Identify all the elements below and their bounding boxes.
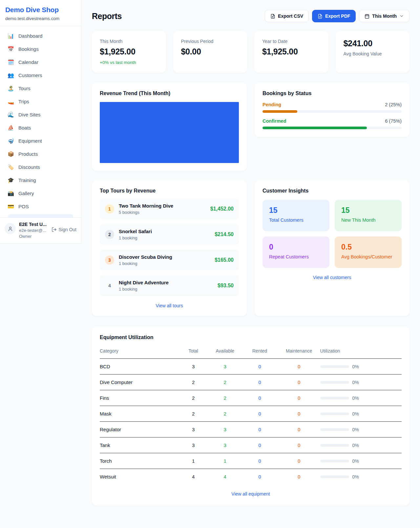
utilization-cell: 0%: [320, 411, 402, 416]
maintenance-cell: 0: [278, 359, 320, 375]
sidebar: Demo Dive Shop demo.test.divestreams.com…: [0, 0, 81, 244]
status-progress-track: [262, 110, 402, 113]
tile-value: 15: [341, 206, 395, 215]
sidebar-item-pos[interactable]: 💳 POS: [4, 201, 77, 212]
utilization-cell: 0%: [320, 380, 402, 385]
tile-label: Avg Bookings/Customer: [341, 254, 395, 259]
export-pdf-button[interactable]: Export PDF: [312, 10, 356, 22]
top-tours-card: Top Tours by Revenue 1 Two Tank Morning …: [92, 180, 247, 316]
rented-cell: 0: [242, 390, 278, 406]
sidebar-item-label: Products: [18, 151, 38, 157]
tour-name: Snorkel Safari: [119, 229, 152, 234]
tour-row: 2 Snorkel Safari 1 booking $214.50: [100, 224, 239, 245]
sidebar-item-label: Trips: [18, 99, 29, 104]
maintenance-cell: 0: [278, 437, 320, 453]
sidebar-item-dashboard[interactable]: 📊 Dashboard: [4, 30, 77, 41]
total-cell: 2: [178, 390, 208, 406]
sign-out-button[interactable]: Sign Out: [52, 227, 76, 232]
rented-cell: 0: [242, 422, 278, 437]
sidebar-item-customers[interactable]: 👥 Customers: [4, 70, 77, 81]
stat-card-avg-booking-value: $241.00 Avg Booking Value: [336, 31, 410, 73]
utilization-bar: [320, 397, 349, 399]
sidebar-item-products[interactable]: 📦 Products: [4, 149, 77, 159]
utilization-percent: 0%: [352, 427, 359, 432]
user-footer: E2E Test U... e2e-tester@... Owner Sign …: [0, 217, 81, 243]
stat-card-previous-period: Previous Period $0.00: [173, 31, 247, 73]
table-row: Fins 2 2 0 0 0%: [100, 390, 402, 406]
tile-new-this-month: 15 New This Month: [335, 200, 402, 231]
tile-total-customers: 15 Total Customers: [262, 200, 329, 231]
sidebar-item-trips[interactable]: 🚤 Trips: [4, 96, 77, 107]
credit-card-icon: 💳: [7, 204, 14, 209]
revenue-trend-chart: [100, 102, 239, 163]
table-row: Wetsuit 4 4 0 0 0%: [100, 469, 402, 485]
view-all-equipment-link[interactable]: View all equipment: [100, 491, 402, 497]
sidebar-item-training[interactable]: 🎓 Training: [4, 175, 77, 186]
utilization-cell: 0%: [320, 427, 402, 432]
sidebar-item-reports-active-partial[interactable]: [8, 214, 73, 217]
rented-cell: 0: [242, 437, 278, 453]
category-cell: Torch: [100, 453, 178, 469]
sidebar-item-tours[interactable]: 🏝️ Tours: [4, 83, 77, 94]
sidebar-item-equipment[interactable]: 🤿 Equipment: [4, 135, 77, 146]
main-content: Reports Export CSV Export PDF This Month…: [81, 0, 420, 506]
stat-label: Year to Date: [262, 39, 321, 44]
diving-mask-icon: 🤿: [7, 138, 14, 144]
rented-cell: 0: [242, 469, 278, 485]
rank-badge: 1: [105, 204, 114, 213]
insight-tiles: 15 Total Customers 15 New This Month 0 R…: [262, 200, 402, 268]
export-csv-button[interactable]: Export CSV: [265, 10, 309, 22]
rented-cell: 0: [242, 375, 278, 390]
rank-badge: 3: [105, 255, 114, 265]
sidebar-item-boats[interactable]: ⛵ Boats: [4, 122, 77, 133]
total-cell: 4: [178, 469, 208, 485]
sidebar-item-calendar[interactable]: 🗓️ Calendar: [4, 57, 77, 68]
column-header: Category: [100, 345, 178, 359]
sign-out-icon: [52, 227, 57, 232]
sidebar-item-bookings[interactable]: 📅 Bookings: [4, 44, 77, 54]
rank-badge: 2: [105, 230, 114, 239]
rented-cell: 0: [242, 453, 278, 469]
page-title: Reports: [92, 11, 122, 21]
tour-bookings: 1 booking: [119, 235, 152, 240]
sidebar-header: Demo Dive Shop demo.test.divestreams.com: [0, 0, 81, 26]
shop-domain: demo.test.divestreams.com: [5, 16, 76, 21]
sidebar-item-discounts[interactable]: 🏷️ Discounts: [4, 162, 77, 173]
period-select[interactable]: This Month: [359, 10, 410, 22]
utilization-percent: 0%: [352, 474, 359, 479]
status-row-pending: Pending 2 (25%): [262, 102, 402, 113]
utilization-percent: 0%: [352, 411, 359, 416]
category-cell: Wetsuit: [100, 469, 178, 485]
total-cell: 2: [178, 406, 208, 422]
view-all-tours-link[interactable]: View all tours: [100, 303, 239, 308]
stat-card-year-to-date: Year to Date $1,925.00: [254, 31, 328, 73]
available-cell: 2: [208, 375, 242, 390]
column-header: Utilization: [320, 345, 402, 359]
speedboat-icon: 🚤: [7, 99, 14, 104]
export-csv-label: Export CSV: [278, 13, 303, 19]
tour-revenue: $1,452.00: [210, 206, 234, 212]
graduation-cap-icon: 🎓: [7, 178, 14, 183]
customer-insights-card: Customer Insights 15 Total Customers 15 …: [255, 180, 410, 316]
tile-avg-bookings: 0.5 Avg Bookings/Customer: [335, 236, 402, 268]
tile-value: 0: [269, 243, 323, 252]
insights-row: Top Tours by Revenue 1 Two Tank Morning …: [92, 180, 410, 316]
sidebar-item-gallery[interactable]: 📸 Gallery: [4, 188, 77, 199]
sidebar-item-dive-sites[interactable]: 🌊 Dive Sites: [4, 109, 77, 120]
view-all-customers-link[interactable]: View all customers: [262, 275, 402, 280]
tour-row: 4 Night Dive Adventure 1 booking $93.50: [100, 275, 239, 296]
maintenance-cell: 0: [278, 422, 320, 437]
column-header: Total: [178, 345, 208, 359]
available-cell: 3: [208, 437, 242, 453]
user-meta: E2E Test U... e2e-tester@... Owner: [19, 222, 47, 239]
equipment-utilization-card: Equipment Utilization Category Total Ava…: [92, 327, 410, 506]
tile-label: Total Customers: [269, 217, 323, 223]
camera-icon: 📸: [7, 191, 14, 196]
tile-value: 0.5: [341, 243, 395, 252]
tour-row: 1 Two Tank Morning Dive 5 bookings $1,45…: [100, 198, 239, 219]
period-label: This Month: [372, 13, 397, 19]
sidebar-item-label: Bookings: [18, 46, 39, 52]
utilization-percent: 0%: [352, 443, 359, 448]
file-download-icon: [318, 14, 323, 19]
utilization-bar: [320, 444, 349, 447]
